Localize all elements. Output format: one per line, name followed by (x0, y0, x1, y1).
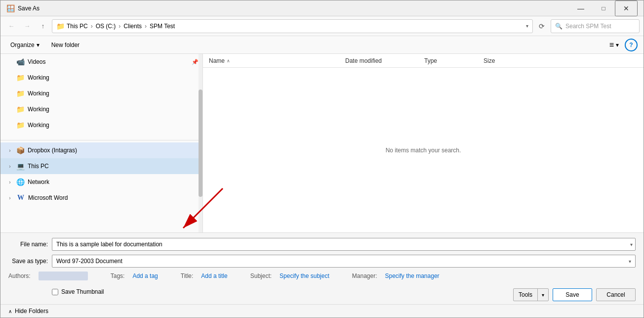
path-spm-test: SPM Test (150, 23, 175, 30)
sidebar-item-this-pc[interactable]: › 💻 This PC (0, 158, 202, 174)
authors-label: Authors: (8, 273, 31, 279)
working2-icon: 📁 (16, 90, 25, 97)
save-button[interactable]: Save (553, 288, 592, 301)
search-placeholder: Search SPM Test (565, 23, 611, 30)
organize-arrow: ▾ (37, 42, 40, 48)
sidebar-item-microsoft-word[interactable]: › W Microsoft Word (0, 190, 202, 206)
close-button[interactable]: ✕ (615, 0, 638, 16)
file-name-row: File name: ▾ (8, 238, 636, 251)
sidebar-label-working-1: Working (28, 74, 199, 81)
new-folder-button[interactable]: New folder (47, 39, 83, 51)
address-bar: ← → ↑ 📁 This PC › OS (C:) › Clients › SP… (0, 16, 644, 36)
col-header-name[interactable]: Name ∧ (203, 57, 341, 64)
sidebar-scrollbar-thumb (199, 90, 202, 197)
tools-dropdown-arrow[interactable]: ▾ (537, 289, 548, 301)
file-panel-body: No items match your search. (203, 68, 644, 232)
word-expand-arrow: › (6, 195, 13, 201)
buttons-row: Tools ▾ Save Cancel (513, 288, 636, 301)
maximize-button[interactable]: □ (592, 0, 615, 16)
col-header-size[interactable]: Size (480, 57, 519, 64)
folder-icon: 📁 (56, 22, 65, 30)
sidebar-item-working-4[interactable]: 📁 Working (0, 117, 202, 133)
view-icon: ≡ (609, 41, 614, 49)
dropbox-expand-arrow: › (6, 148, 13, 153)
thispc-expand-arrow: › (6, 164, 13, 169)
view-button[interactable]: ≡ ▾ (605, 39, 623, 51)
sidebar-label-microsoft-word: Microsoft Word (28, 194, 199, 201)
sidebar-item-working-2[interactable]: 📁 Working (0, 86, 202, 101)
view-dropdown-arrow: ▾ (616, 42, 619, 48)
file-panel-header: Name ∧ Date modified Type Size (203, 54, 644, 68)
dropbox-icon: 📦 (16, 146, 25, 154)
save-as-type-value: Word 97-2003 Document (56, 258, 122, 265)
file-name-label: File name: (8, 241, 48, 248)
subject-label: Subject: (250, 273, 272, 279)
working1-icon: 📁 (16, 74, 25, 82)
app-icon: 🪟 (6, 4, 15, 12)
minimize-button[interactable]: — (569, 0, 592, 16)
sidebar-label-working-2: Working (28, 90, 199, 97)
sidebar: 📹 Videos 📌 📁 Working 📁 Working 📁 Working (0, 54, 203, 232)
organize-button[interactable]: Organize ▾ (6, 39, 43, 51)
address-dropdown-arrow[interactable]: ▾ (526, 23, 528, 29)
save-thumbnail-label[interactable]: Save Thumbnail (61, 288, 104, 295)
help-icon: ? (629, 42, 633, 48)
working4-icon: 📁 (16, 121, 25, 129)
toolbar: Organize ▾ New folder ≡ ▾ ? (0, 36, 644, 54)
add-title-link[interactable]: Add a title (201, 273, 227, 279)
save-as-type-select[interactable]: Word 97-2003 Document ▾ (52, 255, 636, 268)
bottom-form: File name: ▾ Save as type: Word 97-2003 … (0, 232, 644, 304)
refresh-button[interactable]: ⟳ (535, 19, 549, 33)
organize-label: Organize (10, 42, 35, 48)
specify-manager-link[interactable]: Specify the manager (385, 273, 440, 279)
address-box[interactable]: 📁 This PC › OS (C:) › Clients › SPM Test… (52, 19, 533, 33)
add-tag-link[interactable]: Add a tag (132, 273, 158, 279)
save-thumbnail-row: Save Thumbnail (52, 288, 104, 295)
up-button[interactable]: ↑ (36, 19, 50, 33)
col-header-date[interactable]: Date modified (341, 57, 420, 64)
sidebar-item-dropbox[interactable]: › 📦 Dropbox (Intagras) (0, 142, 202, 158)
sidebar-item-network[interactable]: › 🌐 Network (0, 174, 202, 190)
specify-subject-link[interactable]: Specify the subject (280, 273, 329, 279)
cancel-button[interactable]: Cancel (596, 288, 636, 301)
save-as-type-label: Save as type: (8, 258, 48, 265)
forward-button[interactable]: → (20, 19, 34, 33)
tools-main-button[interactable]: Tools (514, 289, 537, 301)
sidebar-scrollbar[interactable] (199, 54, 202, 232)
tools-button-group: Tools ▾ (513, 288, 549, 301)
save-thumbnail-checkbox[interactable] (52, 289, 58, 295)
help-button[interactable]: ? (625, 39, 638, 51)
file-name-input[interactable] (52, 238, 636, 251)
sidebar-label-videos: Videos (28, 58, 189, 65)
toolbar-right-icons: ≡ ▾ ? (605, 39, 638, 51)
working3-icon: 📁 (16, 105, 25, 113)
pin-icon: 📌 (192, 59, 199, 65)
hide-folders-row[interactable]: ∧ Hide Folders (0, 304, 644, 318)
sidebar-item-working-1[interactable]: 📁 Working (0, 70, 202, 86)
tags-label: Tags: (111, 273, 125, 279)
col-header-type[interactable]: Type (420, 57, 480, 64)
window-title: Save As (18, 5, 569, 12)
sidebar-label-network: Network (28, 179, 199, 185)
search-icon: 🔍 (555, 23, 563, 30)
save-as-type-row: Save as type: Word 97-2003 Document ▾ (8, 255, 636, 268)
path-this-pc: This PC (67, 23, 88, 30)
new-folder-label: New folder (51, 42, 80, 48)
sidebar-item-videos[interactable]: 📹 Videos 📌 (0, 54, 202, 70)
sidebar-label-this-pc: This PC (28, 163, 199, 170)
save-as-type-arrow: ▾ (629, 259, 631, 264)
filename-dropdown-arrow[interactable]: ▾ (630, 242, 633, 247)
back-button[interactable]: ← (4, 19, 18, 33)
main-content: 📹 Videos 📌 📁 Working 📁 Working 📁 Working (0, 54, 644, 232)
meta-row: Authors: Tags: Add a tag Title: Add a ti… (8, 272, 636, 280)
network-expand-arrow: › (6, 180, 13, 185)
file-panel: Name ∧ Date modified Type Size No items … (203, 54, 644, 232)
sidebar-label-working-3: Working (28, 106, 199, 113)
title-bar: 🪟 Save As — □ ✕ (0, 0, 644, 16)
sidebar-item-working-3[interactable]: 📁 Working (0, 101, 202, 117)
search-box[interactable]: 🔍 Search SPM Test (551, 19, 640, 33)
network-icon: 🌐 (16, 178, 25, 186)
path-os-c: OS (C:) (96, 23, 116, 30)
hide-folders-chevron: ∧ (8, 309, 12, 314)
thispc-icon: 💻 (16, 162, 25, 170)
